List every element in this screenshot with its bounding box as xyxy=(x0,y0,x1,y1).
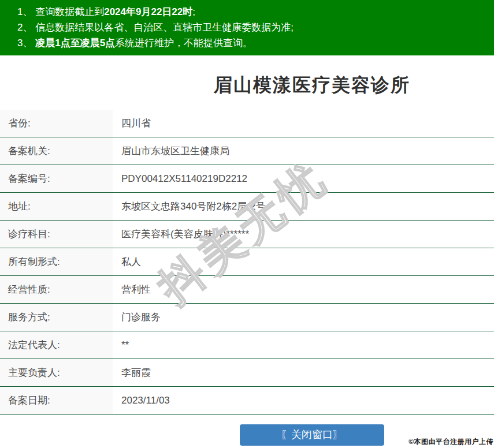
row-value: 李丽霞 xyxy=(113,359,151,386)
row-label: 备案机关: xyxy=(0,137,113,165)
table-row-ownership: 所有制形式: 私人 xyxy=(0,248,494,276)
row-label: 诊疗科目: xyxy=(0,221,113,248)
table-row-address: 地址: 东坡区文忠路340号附2栋2层-2号 xyxy=(0,193,494,221)
notice-bar: 1、 查询数据截止到2024年9月22日22时; 2、 信息数据结果以各省、自治… xyxy=(0,0,494,55)
row-label: 省份: xyxy=(0,110,113,137)
row-value: ** xyxy=(113,331,129,359)
row-label: 经营性质: xyxy=(0,276,113,303)
row-label: 法定代表人: xyxy=(0,331,113,359)
notice-line-3-text: 3、 xyxy=(17,38,35,48)
table-row-service-mode: 服务方式: 门诊服务 xyxy=(0,304,494,331)
footer-stamp: ©本图由平台注册用户上传 xyxy=(408,437,493,447)
row-label: 主要负责人: xyxy=(0,359,113,386)
notice-line-2-text: 2、 信息数据结果以各省、自治区、直辖市卫生健康委数据为准; xyxy=(17,22,294,33)
notice-line-1: 1、 查询数据截止到2024年9月22日22时; xyxy=(17,4,488,20)
row-value: 眉山市东坡区卫生健康局 xyxy=(113,137,229,165)
close-window-button[interactable]: 〖关闭窗口〗 xyxy=(240,424,384,446)
row-value: 东坡区文忠路340号附2栋2层-2号 xyxy=(113,193,265,220)
table-row-filing-date: 备案日期: 2023/11/03 xyxy=(0,387,494,415)
table-row-province: 省份: 四川省 xyxy=(0,110,494,137)
table-row-legal-representative: 法定代表人: ** xyxy=(0,331,494,359)
page-title: 眉山模漾医疗美容诊所 xyxy=(0,74,494,95)
table-row-filing-authority: 备案机关: 眉山市东坡区卫生健康局 xyxy=(0,137,494,165)
row-value: 门诊服务 xyxy=(113,304,161,331)
notice-line-3-bold: 凌晨1点至凌晨5点 xyxy=(35,38,115,48)
table-row-departments: 诊疗科目: 医疗美容科(美容皮肤科)****** xyxy=(0,221,494,248)
row-label: 备案编号: xyxy=(0,165,113,192)
row-value: 私人 xyxy=(113,248,141,275)
info-table: 省份: 四川省 备案机关: 眉山市东坡区卫生健康局 备案编号: PDY00412… xyxy=(0,110,494,415)
row-label: 所有制形式: xyxy=(0,248,113,275)
row-label: 服务方式: xyxy=(0,304,113,331)
row-value: 四川省 xyxy=(113,110,151,137)
row-value: 营利性 xyxy=(113,276,151,303)
notice-line-1-tail: ; xyxy=(192,6,195,17)
notice-line-3-tail: 系统进行维护，不能提供查询。 xyxy=(115,38,252,48)
notice-line-3: 3、 凌晨1点至凌晨5点系统进行维护，不能提供查询。 xyxy=(17,35,488,51)
content-container: 眉山模漾医疗美容诊所 省份: 四川省 备案机关: 眉山市东坡区卫生健康局 备案编… xyxy=(0,74,494,446)
table-row-person-in-charge: 主要负责人: 李丽霞 xyxy=(0,359,494,387)
row-value: 2023/11/03 xyxy=(113,387,170,414)
notice-line-1-bold: 2024年9月22日22时 xyxy=(104,6,192,17)
notice-line-2: 2、 信息数据结果以各省、自治区、直辖市卫生健康委数据为准; xyxy=(17,20,488,35)
table-row-filing-number: 备案编号: PDY00412X51140219D2212 xyxy=(0,165,494,193)
row-value: PDY00412X51140219D2212 xyxy=(113,165,247,192)
row-label: 地址: xyxy=(0,193,113,220)
row-value: 医疗美容科(美容皮肤科)****** xyxy=(113,221,249,248)
table-row-business-nature: 经营性质: 营利性 xyxy=(0,276,494,304)
notice-line-1-text: 1、 查询数据截止到 xyxy=(17,6,104,17)
row-label: 备案日期: xyxy=(0,387,113,414)
